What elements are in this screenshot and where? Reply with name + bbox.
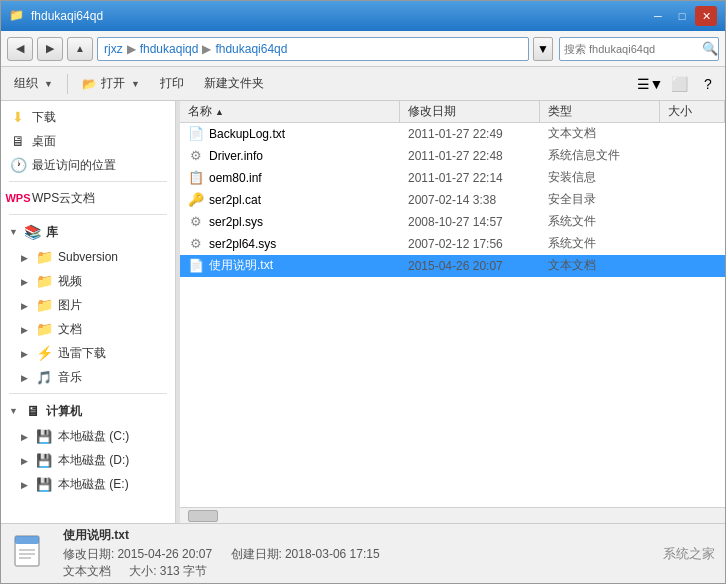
horizontal-scrollbar[interactable] bbox=[180, 507, 725, 523]
file-date-cell: 2011-01-27 22:14 bbox=[400, 169, 540, 187]
video-chevron-icon bbox=[21, 274, 30, 288]
breadcrumb-part-3[interactable]: fhdukaqi64qd bbox=[215, 42, 287, 56]
column-size-label: 大小 bbox=[668, 103, 692, 120]
sidebar-item-documents[interactable]: 📁 文档 bbox=[13, 317, 175, 341]
forward-button[interactable]: ▶ bbox=[37, 37, 63, 61]
computer-icon: 🖥 bbox=[24, 402, 42, 420]
table-row[interactable]: ⚙ ser2pl64.sys 2007-02-12 17:56 系统文件 bbox=[180, 233, 725, 255]
table-row[interactable]: 📄 使用说明.txt 2015-04-26 20:07 文本文档 bbox=[180, 255, 725, 277]
sidebar-item-thunder[interactable]: ⚡ 迅雷下载 bbox=[13, 341, 175, 365]
column-type-label: 类型 bbox=[548, 103, 572, 120]
table-row[interactable]: ⚙ Driver.info 2011-01-27 22:48 系统信息文件 bbox=[180, 145, 725, 167]
sidebar-library-children: 📁 Subversion 📁 视频 📁 图片 bbox=[1, 245, 175, 389]
search-input[interactable] bbox=[564, 43, 702, 55]
sidebar-favorites-group: ⬇ 下载 🖥 桌面 🕐 最近访问的位置 bbox=[1, 105, 175, 177]
help-button[interactable]: ? bbox=[695, 71, 721, 97]
sort-arrow-icon: ▲ bbox=[215, 107, 224, 117]
size-label: 大小: bbox=[129, 564, 156, 578]
toolbar-separator-1 bbox=[67, 74, 68, 94]
table-row[interactable]: 📄 BackupLog.txt 2011-01-27 22:49 文本文档 bbox=[180, 123, 725, 145]
sidebar-item-subversion[interactable]: 📁 Subversion bbox=[13, 245, 175, 269]
sidebar-computer-header[interactable]: 🖥 计算机 bbox=[1, 398, 175, 424]
thunder-icon: ⚡ bbox=[35, 344, 53, 362]
sidebar-item-drive-e[interactable]: 💾 本地磁盘 (E:) bbox=[13, 472, 175, 496]
sidebar-item-video[interactable]: 📁 视频 bbox=[13, 269, 175, 293]
status-meta-modify: 修改日期: 2015-04-26 20:07 创建日期: 2018-03-06 … bbox=[63, 546, 651, 563]
file-date-cell: 2008-10-27 14:57 bbox=[400, 213, 540, 231]
file-size-cell bbox=[660, 154, 725, 158]
sidebar-item-drive-d[interactable]: 💾 本地磁盘 (D:) bbox=[13, 448, 175, 472]
file-size-cell bbox=[660, 198, 725, 202]
file-type-cell: 系统文件 bbox=[540, 211, 660, 232]
file-list: 📄 BackupLog.txt 2011-01-27 22:49 文本文档 ⚙ … bbox=[180, 123, 725, 507]
column-header-type[interactable]: 类型 bbox=[540, 101, 660, 123]
column-date-label: 修改日期 bbox=[408, 103, 456, 120]
table-row[interactable]: 📋 oem80.inf 2011-01-27 22:14 安装信息 bbox=[180, 167, 725, 189]
wps-icon: WPS bbox=[9, 189, 27, 207]
file-size-cell bbox=[660, 176, 725, 180]
sidebar-item-wps[interactable]: WPS WPS云文档 bbox=[1, 186, 175, 210]
sidebar-item-recent[interactable]: 🕐 最近访问的位置 bbox=[1, 153, 175, 177]
sidebar-item-video-label: 视频 bbox=[58, 273, 82, 290]
column-header-date[interactable]: 修改日期 bbox=[400, 101, 540, 123]
address-path[interactable]: rjxz ▶ fhdukaqiqd ▶ fhdukaqi64qd bbox=[97, 37, 529, 61]
file-name-cell: 📋 oem80.inf bbox=[180, 168, 400, 188]
sidebar-item-documents-label: 文档 bbox=[58, 321, 82, 338]
table-row[interactable]: ⚙ ser2pl.sys 2008-10-27 14:57 系统文件 bbox=[180, 211, 725, 233]
file-name: oem80.inf bbox=[209, 171, 262, 185]
print-button[interactable]: 打印 bbox=[151, 70, 193, 98]
preview-pane-button[interactable]: ⬜ bbox=[666, 71, 692, 97]
breadcrumb: rjxz ▶ fhdukaqiqd ▶ fhdukaqi64qd bbox=[104, 42, 287, 56]
toolbar-right: ☰▼ ⬜ ? bbox=[637, 71, 721, 97]
file-type-cell: 系统文件 bbox=[540, 233, 660, 254]
sidebar-item-pictures[interactable]: 📁 图片 bbox=[13, 293, 175, 317]
maximize-button[interactable]: □ bbox=[671, 6, 693, 26]
file-list-area: 名称 ▲ 修改日期 类型 大小 📄 BackupLog.t bbox=[180, 101, 725, 523]
file-name: ser2pl.cat bbox=[209, 193, 261, 207]
minimize-button[interactable]: ─ bbox=[647, 6, 669, 26]
open-button[interactable]: 📂 打开 ▼ bbox=[73, 70, 149, 98]
status-file-icon bbox=[11, 534, 51, 574]
sidebar-item-desktop[interactable]: 🖥 桌面 bbox=[1, 129, 175, 153]
back-button[interactable]: ◀ bbox=[7, 37, 33, 61]
subversion-icon: 📁 bbox=[35, 248, 53, 266]
video-icon: 📁 bbox=[35, 272, 53, 290]
status-filename: 使用说明.txt bbox=[63, 527, 651, 544]
view-options-button[interactable]: ☰▼ bbox=[637, 71, 663, 97]
file-name-cell: 🔑 ser2pl.cat bbox=[180, 190, 400, 210]
sidebar-item-downloads[interactable]: ⬇ 下载 bbox=[1, 105, 175, 129]
breadcrumb-part-2[interactable]: fhdukaqiqd bbox=[140, 42, 199, 56]
sidebar-computer-label: 计算机 bbox=[46, 403, 82, 420]
pictures-chevron-icon bbox=[21, 298, 30, 312]
file-size-cell bbox=[660, 132, 725, 136]
file-type-cell: 安装信息 bbox=[540, 167, 660, 188]
hscroll-thumb[interactable] bbox=[188, 510, 218, 522]
close-button[interactable]: ✕ bbox=[695, 6, 717, 26]
column-name-label: 名称 bbox=[188, 103, 212, 120]
drive-d-icon: 💾 bbox=[35, 451, 53, 469]
file-icon-cat: 🔑 bbox=[188, 192, 204, 208]
sidebar-item-drive-c[interactable]: 💾 本地磁盘 (C:) bbox=[13, 424, 175, 448]
file-name-cell: ⚙ Driver.info bbox=[180, 146, 400, 166]
main-window: 📁 fhdukaqi64qd ─ □ ✕ ◀ ▶ ▲ rjxz ▶ fhduka… bbox=[0, 0, 726, 584]
subversion-chevron-icon bbox=[21, 250, 30, 264]
file-date-cell: 2011-01-27 22:49 bbox=[400, 125, 540, 143]
music-icon: 🎵 bbox=[35, 368, 53, 386]
new-folder-button[interactable]: 新建文件夹 bbox=[195, 70, 273, 98]
file-date-cell: 2007-02-14 3:38 bbox=[400, 191, 540, 209]
up-button[interactable]: ▲ bbox=[67, 37, 93, 61]
sidebar-library-header[interactable]: 📚 库 bbox=[1, 219, 175, 245]
file-icon-txt: 📄 bbox=[188, 126, 204, 142]
file-name: Driver.info bbox=[209, 149, 263, 163]
file-name-cell: ⚙ ser2pl.sys bbox=[180, 212, 400, 232]
breadcrumb-part-1[interactable]: rjxz bbox=[104, 42, 123, 56]
column-header-size[interactable]: 大小 bbox=[660, 101, 725, 123]
search-icon[interactable]: 🔍 bbox=[702, 41, 718, 56]
print-label: 打印 bbox=[160, 75, 184, 92]
column-header-name[interactable]: 名称 ▲ bbox=[180, 101, 400, 123]
window-icon: 📁 bbox=[9, 8, 25, 24]
table-row[interactable]: 🔑 ser2pl.cat 2007-02-14 3:38 安全目录 bbox=[180, 189, 725, 211]
address-dropdown-button[interactable]: ▼ bbox=[533, 37, 553, 61]
organize-button[interactable]: 组织 ▼ bbox=[5, 70, 62, 98]
sidebar-item-music[interactable]: 🎵 音乐 bbox=[13, 365, 175, 389]
